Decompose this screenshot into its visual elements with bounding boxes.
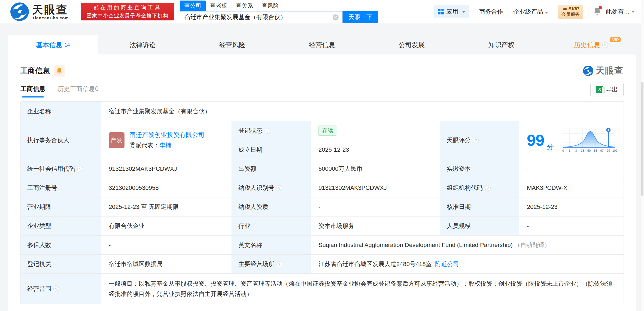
scrollbar-thumb[interactable] <box>641 82 643 196</box>
table-row: 参保人数 - 英文名称 Suqian Industrial Agglomerat… <box>21 236 624 255</box>
search-input[interactable] <box>180 11 327 23</box>
notification-dot <box>599 6 602 9</box>
tab-company-development[interactable]: 公司发展 <box>367 35 457 54</box>
tick-label: 85 <box>594 149 597 152</box>
business-location-label: 主要经营场所? <box>232 255 311 274</box>
chevron-down-icon <box>631 11 635 13</box>
nearby-companies-link[interactable]: 附近公司 <box>435 261 459 267</box>
export-label: 导出 <box>606 86 618 94</box>
table-row: 经营范围? 一般项目：以私募基金从事股权投资、投资管理、资产管理等活动（须在中国… <box>21 274 624 304</box>
tab-intellectual-property[interactable]: 知识产权 <box>457 35 546 54</box>
apps-menu[interactable]: 应用 <box>434 5 469 18</box>
question-icon[interactable]: ? <box>53 286 59 292</box>
table-row: 登记机关 宿迁市宿城区数据局 主要经营场所? 江苏省宿迁市宿城区发展大道2480… <box>21 255 624 274</box>
question-icon[interactable]: ? <box>265 128 270 134</box>
svip-sublabel: 会员服务 <box>561 12 580 17</box>
tab-label: 经营风险 <box>219 41 245 49</box>
svip-label: SVIP <box>569 6 579 12</box>
promo-banner: 都在用的商业查询工具 国家中小企业发展子基金旗下机构 <box>81 3 174 20</box>
registration-number-label: 工商注册号 <box>21 178 101 197</box>
clear-icon[interactable]: ✕ <box>333 14 339 20</box>
tab-operating-info[interactable]: 经营信息 <box>277 35 367 54</box>
divider <box>588 8 588 15</box>
tick-label: 97 <box>600 149 603 152</box>
crown-icon <box>563 7 567 11</box>
tab-basic-info[interactable]: 基本信息 14 <box>8 35 98 54</box>
score-number: 99 <box>527 132 545 148</box>
question-icon[interactable]: ? <box>602 42 608 48</box>
business-scope-value: 一般项目：以私募基金从事股权投资、投资管理、资产管理等活动（须在中国证券投资基金… <box>101 274 624 304</box>
staff-size-value: - <box>519 217 624 236</box>
section-header: 工商信息 天眼查 <box>20 65 624 77</box>
svip-member-button[interactable]: SVIP 会员服务 <box>558 5 583 19</box>
search-tab-risk[interactable]: 查风险 <box>257 1 283 11</box>
grid-icon <box>438 9 444 15</box>
question-icon[interactable]: ? <box>473 138 479 143</box>
partner-company-link[interactable]: 宿迁产发创业投资有限公司 <box>129 131 205 139</box>
org-code-label: 组织机构代码? <box>440 178 519 197</box>
approval-date-label: 核准日期 <box>440 197 519 217</box>
apps-label: 应用 <box>446 8 458 16</box>
business-coop-link[interactable]: 商务合作 <box>479 8 503 16</box>
registration-status-value: 存续 <box>311 121 440 140</box>
promo-line2: 国家中小企业发展子基金旗下机构 <box>87 12 168 19</box>
export-button[interactable]: X 导出 <box>590 83 624 96</box>
avatar[interactable]: 产发 <box>109 132 124 148</box>
user-menu[interactable]: 此处有… <box>606 8 635 16</box>
deputy-link[interactable]: 李楠 <box>159 142 171 149</box>
registration-number-value: 321302000530958 <box>101 178 232 197</box>
executive-partner-cell: 产发 宿迁产发创业投资有限公司 委派代表：李楠 <box>101 121 232 159</box>
chevron-down-icon <box>462 11 465 13</box>
question-icon[interactable]: ? <box>277 261 282 267</box>
insured-count-label: 参保人数 <box>21 236 101 255</box>
logo-domain: TianYanCha.com <box>32 16 69 20</box>
logo-text: 天眼查 <box>32 4 69 16</box>
business-scope-label: 经营范围? <box>21 274 101 304</box>
registration-authority-value: 宿迁市宿城区数据局 <box>101 255 232 274</box>
top-nav: 应用 商务合作 企业级产品 SVIP 会员服务 <box>434 0 635 23</box>
section-title: 工商信息 <box>20 66 50 76</box>
question-icon[interactable]: ? <box>485 185 491 191</box>
subtab-business-info[interactable]: 工商信息 <box>20 85 45 97</box>
contribution-value: 500000万人民币 <box>311 159 440 178</box>
tab-history-info[interactable]: VIP 历史信息 ? <box>546 35 636 54</box>
business-info-table: 企业名称 宿迁市产业集聚发展基金（有限合伙） 执行事务合伙人 产发 宿迁产发创业… <box>20 101 624 304</box>
english-name-label: 英文名称 <box>232 236 311 255</box>
tab-legal[interactable]: 法律诉讼 <box>98 35 187 54</box>
search-tab-boss[interactable]: 查老板 <box>206 1 232 11</box>
contribution-label: 出资额 <box>232 159 311 178</box>
subscribe-bell-button[interactable] <box>54 65 65 77</box>
tick-label: 50 <box>587 149 590 152</box>
tianyan-score-cell[interactable]: 99 分 <box>519 121 624 159</box>
company-name-label: 企业名称 <box>21 102 101 121</box>
notification-button[interactable] <box>593 7 601 16</box>
tianyancha-logo[interactable]: 天眼查 TianYanCha.com <box>10 2 69 22</box>
table-row: 企业类型 有限合伙企业 行业 资本市场服务 人员规模 - <box>21 217 624 236</box>
search-button[interactable]: 天眼一下 <box>343 11 378 23</box>
search-tab-company[interactable]: 查公司 <box>180 1 206 11</box>
scrollbar[interactable] <box>641 0 644 311</box>
tick-label: 1 <box>569 149 570 152</box>
table-row: 营业期限 2025-12-23 至 无固定期限 纳税人资质 - 核准日期 202… <box>21 197 624 217</box>
question-icon[interactable]: ? <box>77 166 83 172</box>
label-text: 登记状态 <box>238 127 262 134</box>
tab-operating-risk[interactable]: 经营风险 <box>187 35 277 54</box>
deputy-label: 委派代表： <box>129 142 159 149</box>
pin-marker-icon <box>606 128 610 147</box>
english-name-text: Suqian Industrial Agglomeration Developm… <box>318 242 513 248</box>
subtab-history-business-info[interactable]: 历史工商信息0 <box>57 85 99 97</box>
search-area: 查公司 查老板 查关系 查风险 ✕ 天眼一下 <box>180 1 378 23</box>
credit-code-label: 统一社会信用代码? <box>21 159 101 178</box>
search-tab-relation[interactable]: 查关系 <box>232 1 257 11</box>
tianyancha-company-page: 天眼查 TianYanCha.com 都在用的商业查询工具 国家中小企业发展子基… <box>0 0 644 311</box>
staff-size-label: 人员规模 <box>440 217 519 236</box>
question-icon[interactable]: ? <box>277 185 282 191</box>
tick-label: 0 <box>562 149 564 152</box>
tianyancha-swirl-icon <box>10 2 29 22</box>
company-type-label: 企业类型 <box>21 217 101 236</box>
table-row: 企业名称 宿迁市产业集聚发展基金（有限合伙） <box>21 102 624 121</box>
business-info-card: 工商信息 天眼查 工商信息 历史工商信息0 X <box>8 54 636 311</box>
tick-label: 15 <box>581 149 584 152</box>
enterprise-products-link[interactable]: 企业级产品 <box>513 8 548 16</box>
tab-label: 历史信息 <box>574 41 600 49</box>
